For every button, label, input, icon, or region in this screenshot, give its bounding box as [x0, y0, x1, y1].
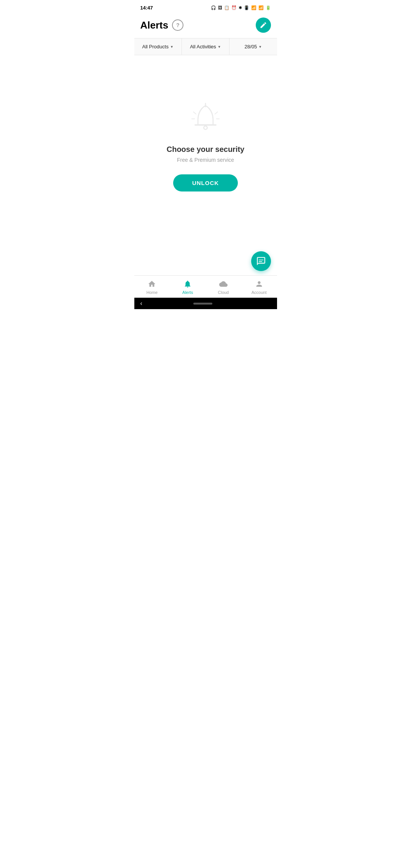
page-title: Alerts [140, 19, 169, 31]
filter-products[interactable]: All Products ▼ [134, 38, 182, 55]
bottom-nav: Home Alerts Cloud Account [134, 275, 277, 298]
filter-date[interactable]: 28/05 ▼ [229, 38, 277, 55]
svg-point-0 [204, 126, 207, 129]
header-left: Alerts ? [140, 19, 184, 31]
filter-bar: All Products ▼ All Activities ▼ 28/05 ▼ [134, 38, 277, 55]
alerts-icon [183, 279, 192, 289]
bell-icon-container [188, 102, 223, 137]
signal-icon: 📶 [258, 5, 264, 10]
empty-state-subtitle: Free & Premium service [177, 157, 234, 163]
chevron-down-icon: ▼ [170, 45, 174, 49]
wifi-icon: 📶 [251, 5, 256, 10]
chevron-down-icon: ▼ [258, 45, 262, 49]
nav-alerts-label: Alerts [182, 290, 193, 295]
filter-date-label: 28/05 [245, 44, 257, 49]
nav-item-home[interactable]: Home [134, 279, 170, 295]
home-icon [147, 279, 156, 289]
cloud-icon [219, 279, 228, 289]
status-icons: 🎧 🖼 📋 ⏰ ✱ 📳 📶 📶 🔋 [211, 5, 271, 10]
nav-account-label: Account [252, 290, 267, 295]
headphone-icon: 🎧 [211, 5, 216, 10]
filter-products-label: All Products [142, 44, 169, 49]
account-icon [255, 279, 264, 289]
main-content: Choose your security Free & Premium serv… [134, 55, 277, 238]
notification-icon: 📋 [224, 5, 229, 10]
app-header: Alerts ? [134, 14, 277, 38]
filter-activities-label: All Activities [190, 44, 216, 49]
svg-line-3 [215, 112, 217, 114]
unlock-button[interactable]: UNLOCK [173, 174, 238, 191]
status-bar: 14:47 🎧 🖼 📋 ⏰ ✱ 📳 📶 📶 🔋 [134, 0, 277, 14]
edit-icon [260, 21, 267, 29]
empty-state-title: Choose your security [167, 145, 245, 154]
battery-icon: 🔋 [266, 5, 271, 10]
bell-icon [188, 102, 223, 136]
chevron-down-icon: ▼ [218, 45, 221, 49]
svg-line-2 [194, 112, 196, 114]
nav-cloud-label: Cloud [218, 290, 229, 295]
chat-icon [256, 256, 266, 266]
alarm-icon: ⏰ [231, 5, 237, 10]
system-bar: ‹ [134, 298, 277, 309]
nav-item-account[interactable]: Account [241, 279, 277, 295]
nav-item-cloud[interactable]: Cloud [206, 279, 241, 295]
status-time: 14:47 [140, 5, 153, 11]
home-pill[interactable] [193, 303, 212, 305]
bluetooth-icon: ✱ [239, 5, 242, 10]
filter-activities[interactable]: All Activities ▼ [182, 38, 229, 55]
image-icon: 🖼 [218, 5, 222, 10]
chat-fab-button[interactable] [251, 251, 271, 271]
nav-home-label: Home [147, 290, 158, 295]
back-button[interactable]: ‹ [140, 300, 142, 307]
vibrate-icon: 📳 [244, 5, 249, 10]
help-button[interactable]: ? [172, 19, 183, 31]
edit-button[interactable] [256, 18, 271, 33]
nav-item-alerts[interactable]: Alerts [170, 279, 206, 295]
